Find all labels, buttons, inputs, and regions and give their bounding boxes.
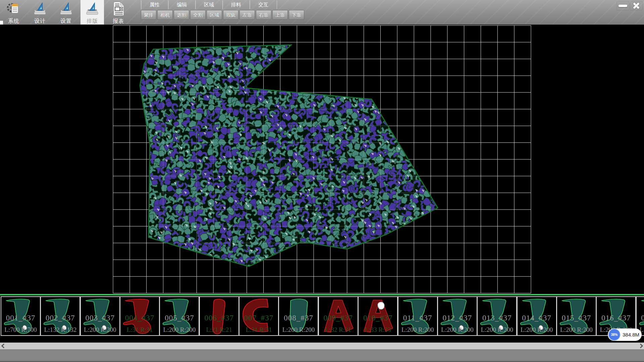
piece-counts: L:200 R:200 [478, 326, 516, 334]
nesting-canvas[interactable] [0, 24, 644, 294]
toolbar-button-2[interactable]: 设计 [28, 0, 52, 24]
piece-id: 014_#37 [518, 314, 556, 322]
piece-thumbnail-12[interactable]: 012_#37L:200 R:200 [437, 296, 477, 336]
progress-percent-circle: 38% [608, 329, 620, 341]
piece-counts: L:200 R:200 [438, 326, 477, 334]
piece-id: 010_#37 [359, 314, 397, 322]
main-toolbar-buttons: 系统设计设置排版报表 [2, 0, 133, 24]
piece-id: 011_#37 [398, 314, 437, 322]
piece-id: 009_#37 [319, 314, 358, 322]
toolbar-button-5[interactable]: 报表 [107, 0, 130, 24]
close-button[interactable] [630, 1, 643, 10]
piece-id: 012_#37 [438, 314, 477, 322]
piece-id: 007_#37 [239, 314, 278, 322]
piece-counts: L:200 R:200 [398, 326, 437, 334]
piece-thumbnail-14[interactable]: 014_#37L:200 R:200 [517, 296, 557, 336]
piece-counts: L:200 R:200 [81, 326, 119, 334]
progress-badge[interactable]: 38% 384.8M [608, 328, 642, 341]
tool-buttons: 聚排相机选割全割区域瑕疵左靠右靠上靠下靠 [141, 10, 305, 20]
piece-thumbnail-6[interactable]: 006_#37L:21 R:21 [199, 296, 239, 336]
piece-thumbnail-1[interactable]: 001_#37L:700 R:700 [1, 296, 41, 336]
piece-id: 006_#37 [200, 314, 238, 322]
tool-button-6[interactable]: 瑕疵 [223, 10, 238, 20]
design-ruler-icon [33, 1, 47, 17]
piece-thumbnail-15[interactable]: 015_#37L:200 R:200 [556, 296, 596, 336]
piece-counts: L:31 R:31 [239, 326, 278, 334]
toolbar-corner [0, 21, 3, 24]
nesting-ruler-icon [85, 1, 100, 17]
toolbar-button-label: 报表 [113, 18, 124, 25]
piece-id: 015_#37 [557, 314, 596, 322]
tool-button-7[interactable]: 左靠 [239, 10, 255, 20]
toolbar-button-label: 设计 [34, 18, 46, 25]
status-bar [0, 349, 644, 362]
tool-button-8[interactable]: 右靠 [256, 10, 271, 20]
piece-id: 008_#37 [279, 314, 318, 322]
piece-counts: L:200 R:200 [557, 326, 596, 334]
tool-button-1[interactable]: 聚排 [141, 10, 156, 20]
report-doc-icon [111, 1, 126, 17]
piece-thumbnail-3[interactable]: 003_#37L:200 R:200 [80, 296, 120, 336]
piece-id: 002_#37 [41, 314, 79, 322]
window-controls [616, 1, 643, 10]
tool-button-9[interactable]: 上靠 [272, 10, 288, 20]
piece-counts: L:700 R:700 [1, 326, 40, 334]
application-window: 系统设计设置排版报表 属性编辑区域排料交互 聚排相机选割全割区域瑕疵左靠右靠上靠… [0, 0, 644, 362]
piece-counts: L:200 R:200 [160, 326, 199, 334]
menu-tab-3[interactable]: 区域 [196, 0, 223, 9]
piece-thumbnail-13[interactable]: 013_#37L:200 R:200 [477, 296, 517, 336]
piece-id: 005_#37 [160, 314, 199, 322]
piece-thumbnail-9[interactable]: 009_#37L:32 R:31 [318, 296, 358, 336]
chevron-left-icon [1, 344, 6, 348]
toolbar-button-4[interactable]: 排版 [80, 0, 104, 24]
piece-id: 001_#37 [1, 314, 40, 322]
tool-button-5[interactable]: 区域 [207, 10, 222, 20]
piece-counts: L:21 R:21 [200, 326, 238, 334]
piece-thumbnail-10[interactable]: 010_#37L:33 R:33 [358, 296, 398, 336]
menu-tab-1[interactable]: 属性 [141, 0, 168, 9]
pieces-strip: 001_#37L:700 R:700002_#37L:132 R:132003_… [0, 295, 644, 336]
piece-id: 013_#37 [478, 314, 516, 322]
piece-id: 003_#37 [81, 314, 119, 322]
piece-thumbnail-2[interactable]: 002_#37L:132 R:132 [40, 296, 80, 336]
piece-id: 016_#37 [597, 314, 635, 322]
menu-area: 属性编辑区域排料交互 聚排相机选割全割区域瑕疵左靠右靠上靠下靠 [141, 0, 305, 20]
piece-counts: L:200 R:200 [279, 326, 318, 334]
piece-counts: L:32 R:31 [319, 326, 358, 334]
system-gear-icon [6, 1, 21, 17]
toolbar-button-label: 设置 [60, 18, 72, 25]
toolbar: 系统设计设置排版报表 属性编辑区域排料交互 聚排相机选割全割区域瑕疵左靠右靠上靠… [0, 0, 644, 25]
piece-thumbnail-4[interactable]: 004_#37L:31 R:31 [120, 296, 160, 336]
piece-id: 004_#37 [120, 314, 159, 322]
piece-counts: L:200 R:200 [518, 326, 556, 334]
scroll-left-button[interactable] [0, 343, 6, 349]
progress-percent: 38% [611, 333, 618, 337]
piece-counts: L:132 R:132 [41, 326, 79, 334]
download-size: 384.8M [620, 332, 642, 338]
toolbar-button-3[interactable]: 设置 [54, 0, 78, 24]
toolbar-button-label: 排版 [87, 18, 98, 25]
tool-button-4[interactable]: 全割 [190, 10, 206, 20]
piece-id: 017_#37 [637, 314, 644, 322]
menu-tab-4[interactable]: 排料 [223, 0, 250, 9]
minimize-icon [619, 5, 627, 7]
tool-button-2[interactable]: 相机 [157, 10, 173, 20]
chevron-right-icon [638, 344, 643, 348]
minimize-button[interactable] [616, 1, 629, 10]
piece-thumbnail-11[interactable]: 011_#37L:200 R:200 [398, 296, 438, 336]
horizontal-scrollbar[interactable] [0, 343, 644, 349]
menu-tab-2[interactable]: 编辑 [168, 0, 196, 9]
scroll-right-button[interactable] [638, 343, 644, 349]
piece-thumbnail-8[interactable]: 008_#37L:200 R:200 [278, 296, 318, 336]
tool-button-10[interactable]: 下靠 [289, 10, 304, 20]
tool-button-3[interactable]: 选割 [174, 10, 189, 20]
piece-counts: L:31 R:31 [120, 326, 159, 334]
piece-thumbnail-7[interactable]: 007_#37L:31 R:31 [239, 296, 279, 336]
piece-thumbnail-5[interactable]: 005_#37L:200 R:200 [159, 296, 199, 336]
close-icon [632, 2, 640, 10]
toolbar-button-1[interactable]: 系统 [2, 0, 25, 24]
menu-tabs: 属性编辑区域排料交互 [141, 0, 305, 9]
piece-counts: L:33 R:33 [359, 326, 397, 334]
toolbar-button-label: 系统 [8, 18, 19, 25]
menu-tab-5[interactable]: 交互 [250, 0, 277, 9]
